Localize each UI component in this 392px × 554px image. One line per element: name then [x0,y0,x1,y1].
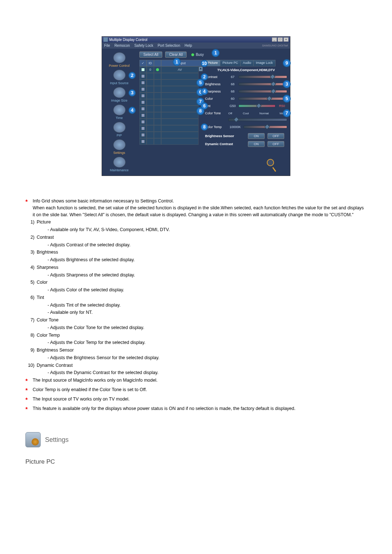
star-icon: * [25,405,33,414]
app-window: Multiple Display Control _ □ × File Remo… [102,36,290,176]
callout-6-panel: 6 [201,102,208,110]
maintenance-icon [113,157,126,168]
menu-help[interactable]: Help [184,44,192,48]
busy-dot-icon [191,53,195,57]
notes-section: * Info Grid shows some basic information… [25,198,367,414]
callout-3-panel: 3 [283,80,291,88]
section-title: Settings [45,436,69,444]
contrast-row: 2 Contrast 67 [205,74,287,80]
image-size-icon [113,87,126,98]
magnifier-icon [265,159,275,172]
grid-row[interactable] [139,125,199,132]
status-dot-icon [156,68,159,71]
app-icon [103,37,108,42]
callout-3: 3 [128,89,136,97]
callout-9-panel: 9 [283,59,291,67]
brightness-sensor-off-button[interactable]: OFF [268,133,284,139]
grid-header-id: ID [147,60,154,66]
grid-row[interactable] [139,132,199,138]
menu-file[interactable]: File [104,44,110,48]
callout-1-panel: 1 [212,49,220,57]
close-button[interactable]: × [283,37,289,42]
power-icon [113,52,126,63]
dynamic-contrast-on-button[interactable]: ON [248,141,265,147]
sidebar: Power Control Input Source 2 Image Size … [102,49,136,176]
callout-1-toolbar: 1 [173,58,181,66]
tint-slider[interactable] [238,104,275,107]
settings-icon [113,139,126,150]
tab-image-lock[interactable]: Image Lock [253,60,275,66]
color-slider[interactable] [238,97,287,100]
callout-2-panel: 2 [201,73,208,81]
star-icon: * [25,396,33,405]
grid-row[interactable] [139,86,199,93]
sidebar-item-pip[interactable]: PIP [103,122,135,137]
sidebar-item-maintenance[interactable]: Maintenance [103,157,135,172]
callout-5-panel: 5 [283,95,291,103]
minimize-button[interactable]: _ [272,37,277,42]
color-temp-row: 8 Color Temp 10000K [205,124,287,130]
dynamic-contrast-off-button[interactable]: OFF [268,141,284,147]
brightness-sensor-row: Brightness Sensor ON OFF 9 [205,132,287,140]
tint-row: 6 Tint G50 R50 [205,103,287,109]
callout-10-panel: 10 [201,60,208,67]
maximize-button[interactable]: □ [278,37,283,42]
brightness-row: Brightness 68 3 [205,81,287,87]
sidebar-item-settings[interactable]: Settings [103,139,135,155]
grid-row-0[interactable]: 0 AV [139,66,199,73]
clear-all-button[interactable]: Clear All [165,52,187,58]
grid-row[interactable] [139,112,199,119]
time-icon [113,104,126,115]
sidebar-item-input-source[interactable]: Input Source 2 [103,70,135,85]
grid-row[interactable] [139,79,199,86]
menu-safety-lock[interactable]: Safety Lock [134,44,153,48]
window-title: Multiple Display Control [109,38,147,42]
sidebar-item-time[interactable]: Time 4 [103,104,135,120]
star-icon: * [25,386,33,395]
callout-4: 4 [128,107,136,114]
grid-row[interactable] [139,106,199,112]
menu-remocon[interactable]: Remocon [114,44,130,48]
sharpness-row: 4 Sharpness 68 [205,88,287,95]
section-header: Settings [25,432,367,447]
color-row: Color 60 5 [205,95,287,102]
info-grid: ✓ ID Input 0 [139,60,203,148]
input-source-icon [113,70,126,81]
menu-port-selection[interactable]: Port Selection [158,44,180,48]
titlebar: Multiple Display Control _ □ × [102,37,290,42]
star-icon: * [25,198,33,218]
brightness-sensor-on-button[interactable]: ON [248,133,265,139]
star-icon: * [25,377,33,386]
color-tone-row: Color Tone Off Cool Normal Warm 7 [205,110,287,116]
sidebar-item-image-size[interactable]: Image Size 3 [103,87,135,102]
tab-audio[interactable]: Audio [240,60,254,66]
row-checkbox[interactable] [141,68,145,71]
grid-row[interactable] [139,138,199,145]
scroll-up-button[interactable]: ▲ [199,66,203,71]
settings-panel: 1 Picture Picture PC Audio Image Lock TV… [205,60,287,148]
dynamic-contrast-row: 10 Dynamic Contrast ON OFF [205,140,287,148]
menubar: File Remocon Safety Lock Port Selection … [102,42,290,49]
grid-header-checkbox[interactable]: ✓ [139,60,147,66]
grid-header-status [154,60,161,66]
grid-row[interactable] [139,73,199,79]
grid-row[interactable] [139,99,199,106]
callout-2: 2 [128,72,136,79]
sidebar-item-power-control[interactable]: Power Control [103,52,135,67]
callout-8-panel: 8 [201,123,208,131]
grid-header-input: Input [161,60,203,66]
select-all-button[interactable]: Select All [139,52,162,58]
sharpness-slider[interactable] [238,90,287,93]
settings-section-icon [25,432,41,447]
brightness-slider[interactable] [238,83,287,86]
brand-text: SAMSUNG DIGITall [262,44,288,47]
color-temp-slider[interactable] [244,126,287,128]
contrast-slider[interactable] [238,75,287,78]
grid-row[interactable] [139,119,199,125]
color-tone-slider[interactable] [228,118,287,121]
tab-picture-pc[interactable]: Picture PC [220,60,241,66]
grid-row[interactable] [139,93,199,99]
callout-7-panel: 7 [283,109,291,117]
screenshot: Multiple Display Control _ □ × File Remo… [102,36,290,176]
callout-4-panel: 4 [201,88,208,95]
